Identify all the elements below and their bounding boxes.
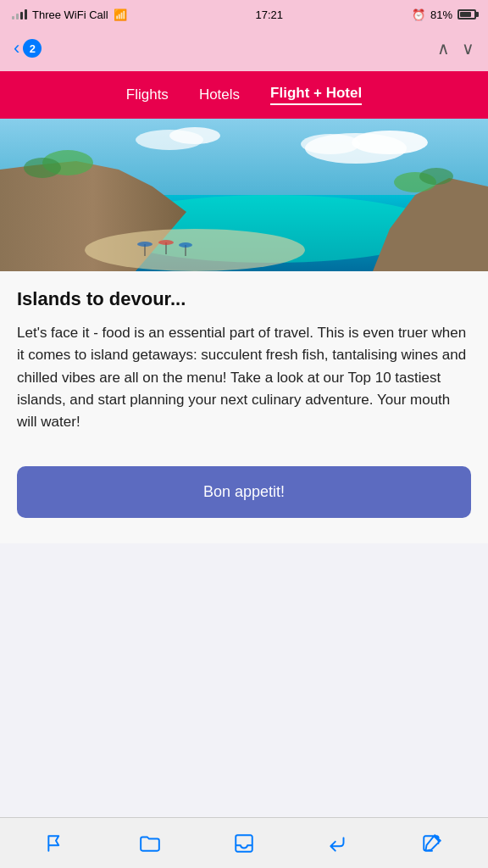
tab-bar: Flights Hotels Flight + Hotel — [0, 71, 488, 119]
nav-left[interactable]: ‹ 2 — [14, 39, 42, 58]
svg-point-2 — [352, 131, 428, 154]
svg-point-10 — [85, 229, 305, 271]
nav-bar: ‹ 2 ∧ ∨ — [0, 27, 488, 71]
status-right: ⏰ 81% — [412, 8, 476, 21]
battery-icon — [458, 9, 476, 19]
back-chevron-icon[interactable]: ‹ — [14, 39, 19, 58]
tab-hotels[interactable]: Hotels — [199, 86, 240, 103]
nav-up-arrow-icon[interactable]: ∧ — [437, 38, 450, 58]
tab-flight-hotel[interactable]: Flight + Hotel — [270, 85, 362, 105]
folder-icon[interactable] — [131, 825, 169, 862]
signal-bars — [12, 9, 27, 19]
status-left: Three WiFi Call 📶 — [12, 8, 127, 21]
hero-svg — [0, 119, 488, 271]
wifi-icon: 📶 — [114, 8, 127, 21]
svg-point-18 — [24, 158, 61, 178]
article-body: Let's face it - food is an essential par… — [17, 322, 471, 434]
reply-icon[interactable] — [319, 825, 357, 862]
tab-flights[interactable]: Flights — [126, 86, 169, 103]
carrier-text: Three WiFi Call — [32, 8, 108, 21]
svg-point-3 — [301, 134, 360, 154]
nav-right: ∧ ∨ — [437, 38, 474, 58]
nav-down-arrow-icon[interactable]: ∨ — [462, 38, 474, 58]
compose-icon[interactable] — [413, 825, 451, 862]
svg-point-5 — [169, 127, 220, 144]
bottom-toolbar — [0, 817, 488, 868]
inbox-icon[interactable] — [225, 825, 263, 862]
cta-container: Bon appetit! — [0, 454, 488, 543]
svg-rect-21 — [236, 835, 252, 852]
svg-point-14 — [158, 240, 174, 245]
svg-point-16 — [179, 242, 192, 248]
status-bar: Three WiFi Call 📶 17:21 ⏰ 81% — [0, 0, 488, 27]
flag-icon[interactable] — [37, 825, 75, 862]
alarm-icon: ⏰ — [412, 8, 425, 21]
status-time: 17:21 — [256, 8, 284, 21]
nav-badge[interactable]: 2 — [23, 39, 42, 58]
article-content: Islands to devour... Let's face it - foo… — [0, 271, 488, 454]
article-title: Islands to devour... — [17, 288, 471, 310]
battery-percent: 81% — [430, 8, 452, 21]
battery-fill — [460, 12, 471, 17]
svg-point-12 — [137, 242, 152, 247]
battery-icon-container — [458, 9, 476, 19]
hero-image — [0, 119, 488, 271]
cta-button[interactable]: Bon appetit! — [17, 466, 471, 518]
svg-point-20 — [419, 168, 453, 185]
